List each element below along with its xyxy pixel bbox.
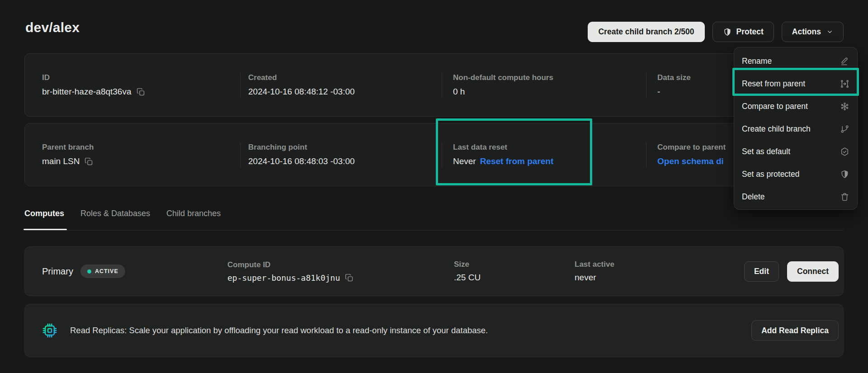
create-child-branch-label: Create child branch 2/500 [598, 27, 694, 37]
menu-item-delete[interactable]: Delete [734, 185, 857, 208]
status-badge: ACTIVE [80, 264, 125, 278]
last-data-reset-column: Last data reset Never Reset from parent [453, 123, 553, 186]
parent-branch-label: Parent branch [42, 143, 94, 152]
created-label: Created [248, 73, 355, 82]
copy-icon[interactable] [84, 157, 94, 166]
schema-diff-icon [840, 102, 849, 111]
cpu-chip-icon [42, 323, 57, 338]
last-data-reset-value: Never [453, 156, 476, 166]
menu-item-set-as-default[interactable]: Set as default [734, 140, 857, 163]
menu-item-compare-to-parent[interactable]: Compare to parent [734, 95, 857, 118]
id-column: ID br-bitter-haze-a8qt36va [42, 54, 146, 116]
parent-branch-value: main LSN [42, 156, 80, 166]
copy-icon[interactable] [136, 87, 146, 97]
compute-id-label: Compute ID [227, 260, 354, 269]
branching-point-value: 2024-10-16 08:48:03 -03:00 [248, 156, 355, 166]
pencil-icon [840, 57, 849, 66]
edit-button[interactable]: Edit [744, 261, 779, 282]
menu-item-label: Compare to parent [742, 102, 808, 111]
last-data-reset-label: Last data reset [453, 143, 553, 152]
connect-button[interactable]: Connect [787, 261, 839, 282]
reset-from-parent-icon [840, 79, 849, 89]
chevron-down-icon [826, 28, 833, 35]
compute-id-column: Compute ID ep-super-bonus-a81k0jnu [227, 247, 354, 296]
parent-branch-column: Parent branch main LSN [42, 123, 94, 186]
git-branch-icon [840, 124, 849, 134]
active-dot-icon [87, 269, 91, 274]
compute-hours-column: Non-default compute hours 0 h [453, 54, 553, 116]
menu-item-set-as-protected[interactable]: Set as protected [734, 163, 857, 185]
compute-id-value: ep-super-bonus-a81k0jnu [227, 273, 340, 283]
menu-item-rename[interactable]: Rename [734, 50, 857, 72]
actions-label: Actions [792, 27, 821, 37]
compute-hours-label: Non-default compute hours [453, 73, 553, 82]
compare-to-parent-column: Compare to parent Open schema di [657, 123, 726, 186]
menu-item-label: Set as default [742, 147, 790, 156]
last-active-label: Last active [575, 260, 614, 269]
size-label: Size [454, 260, 481, 269]
branch-info-card: ID br-bitter-haze-a8qt36va Created 2024-… [24, 53, 844, 117]
compute-hours-value: 0 h [453, 87, 553, 97]
divider [646, 73, 646, 98]
tab-child-branches[interactable]: Child branches [166, 206, 221, 230]
protect-button[interactable]: Protect [712, 22, 774, 42]
divider [442, 142, 442, 168]
reset-from-parent-link[interactable]: Reset from parent [480, 156, 554, 166]
protect-label: Protect [736, 27, 764, 37]
branch-tabs: Computes Roles & Databases Child branche… [24, 206, 844, 231]
shield-icon [840, 170, 849, 179]
compute-name: Primary [42, 266, 73, 277]
menu-item-label: Delete [742, 192, 765, 202]
branch-id-value: br-bitter-haze-a8qt36va [42, 87, 132, 97]
menu-item-label: Rename [742, 57, 772, 66]
data-size-value: - [657, 87, 691, 97]
id-label: ID [42, 73, 146, 82]
read-replicas-banner: Read Replicas: Scale your application by… [24, 304, 844, 357]
menu-item-reset-from-parent[interactable]: Reset from parent [734, 72, 857, 95]
divider [442, 73, 442, 98]
tab-roles-databases[interactable]: Roles & Databases [80, 206, 150, 230]
last-active-value: never [575, 273, 614, 283]
compute-row: Primary ACTIVE Compute ID ep-super-bonus… [24, 246, 844, 296]
shield-icon [723, 28, 732, 37]
read-replicas-message: Read Replicas: Scale your application by… [70, 326, 488, 335]
header-actions: Create child branch 2/500 Protect Action… [588, 22, 844, 42]
parent-info-card: Parent branch main LSN Branching point 2… [24, 123, 844, 186]
menu-item-create-child-branch[interactable]: Create child branch [734, 118, 857, 140]
create-child-branch-button[interactable]: Create child branch 2/500 [588, 22, 704, 42]
branching-point-label: Branching point [248, 143, 355, 152]
menu-item-label: Create child branch [742, 124, 811, 134]
page-title: dev/alex [25, 20, 80, 35]
divider [240, 142, 241, 168]
divider [646, 142, 646, 168]
menu-item-label: Reset from parent [742, 79, 805, 89]
data-size-column: Data size - [657, 54, 691, 116]
size-value: .25 CU [454, 273, 481, 283]
menu-item-label: Set as protected [742, 170, 799, 179]
copy-icon[interactable] [344, 273, 354, 283]
compare-to-parent-label: Compare to parent [657, 143, 726, 152]
created-value: 2024-10-16 08:48:12 -03:00 [248, 87, 355, 97]
actions-dropdown-menu: Rename Reset from parent Compare to pare… [734, 47, 858, 210]
actions-button[interactable]: Actions [782, 22, 844, 42]
data-size-label: Data size [657, 73, 691, 82]
divider [240, 73, 241, 98]
trash-icon [840, 192, 849, 202]
status-text: ACTIVE [95, 268, 118, 274]
tab-computes[interactable]: Computes [24, 206, 64, 230]
last-active-column: Last active never [575, 247, 614, 296]
created-column: Created 2024-10-16 08:48:12 -03:00 [248, 54, 355, 116]
add-read-replica-button[interactable]: Add Read Replica [751, 321, 839, 341]
hexagon-check-icon [840, 147, 849, 156]
open-schema-diff-link[interactable]: Open schema di [657, 156, 724, 166]
size-column: Size .25 CU [454, 247, 481, 296]
branching-point-column: Branching point 2024-10-16 08:48:03 -03:… [248, 123, 355, 186]
